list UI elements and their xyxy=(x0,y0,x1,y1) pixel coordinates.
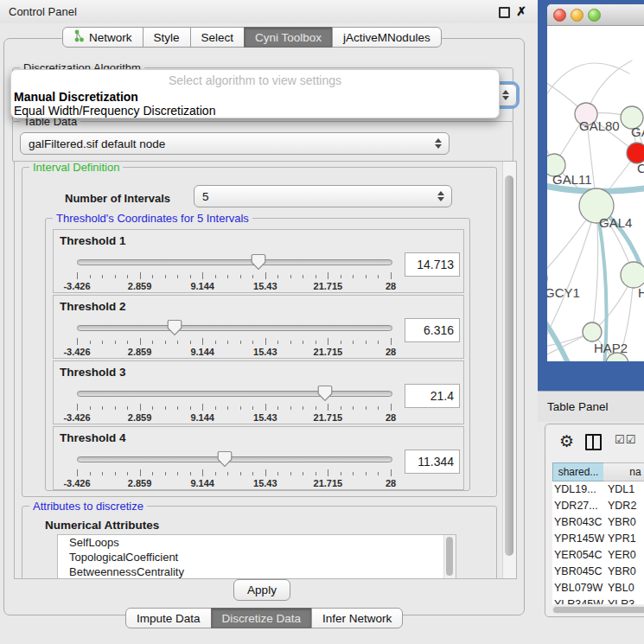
spinner-arrows-icon xyxy=(437,191,444,201)
threshold-value-field[interactable]: 14.713 xyxy=(405,252,460,277)
network-window-titlebar[interactable] xyxy=(547,4,644,26)
attribute-list-item[interactable]: TopologicalCoefficient xyxy=(58,550,456,564)
cell-name: YDR2 xyxy=(608,498,644,514)
table-row[interactable]: YPR145W YPR1 xyxy=(552,531,644,547)
threshold-panel: Threshold 3 -3.4262.8599.14415.4321.7152… xyxy=(53,360,464,424)
vertical-scrollbar[interactable] xyxy=(502,162,516,578)
dropdown-prompt: Select algorithm to view settings xyxy=(11,73,499,90)
numerical-attributes-list[interactable]: SelfLoopsTopologicalCoefficientBetweenne… xyxy=(57,534,456,579)
tab-label: jActiveMNodules xyxy=(343,31,430,44)
threshold-value-field[interactable]: 11.344 xyxy=(405,450,460,474)
cell-shared-name: YDL19... xyxy=(554,481,604,498)
slider-track[interactable] xyxy=(77,456,392,462)
node-label: H xyxy=(638,285,644,300)
tab-cyni-toolbox[interactable]: Cyni Toolbox xyxy=(244,27,333,48)
slider-track[interactable] xyxy=(77,391,392,397)
tab-label: Impute Data xyxy=(137,612,201,625)
interval-definition-group: Interval Definition Number of Intervals … xyxy=(22,167,497,497)
tab-impute-data[interactable]: Impute Data xyxy=(125,608,212,628)
checkbox-columns-icon[interactable]: ☑☑ xyxy=(615,433,636,446)
cell-name: YPR1 xyxy=(608,531,644,547)
network-edge[interactable] xyxy=(592,206,598,332)
number-of-intervals-spinner[interactable]: 5 xyxy=(194,185,452,207)
combo-arrows-icon xyxy=(435,138,442,149)
slider-ticks xyxy=(77,272,391,279)
list-scrollbar[interactable] xyxy=(443,535,456,578)
attribute-list-item[interactable]: SelfLoops xyxy=(58,535,456,550)
tab-label: Discretize Data xyxy=(222,612,302,625)
apply-button[interactable]: Apply xyxy=(233,579,290,601)
column-header-name[interactable]: na xyxy=(603,462,644,481)
threshold-slider[interactable]: -3.4262.8599.14415.4321.71528 xyxy=(77,450,391,487)
threshold-panel: Threshold 4 -3.4262.8599.14415.4321.7152… xyxy=(53,426,464,490)
table-row[interactable]: YLR345W YLR3 xyxy=(552,596,644,604)
gear-icon[interactable]: ⚙ xyxy=(559,431,574,451)
slider-thumb[interactable] xyxy=(251,253,266,271)
threshold-slider[interactable]: -3.4262.8599.14415.4321.71528 xyxy=(77,319,391,355)
table-row[interactable]: YER054C YER0 xyxy=(552,547,644,564)
network-icon xyxy=(73,29,85,45)
scrollbar-thumb[interactable] xyxy=(553,607,644,613)
slider-ticks xyxy=(77,404,391,411)
table-row[interactable]: YDL19... YDL1 xyxy=(552,481,644,498)
table-row[interactable]: YDR27... YDR2 xyxy=(552,498,644,514)
threshold-value-field[interactable]: 6.316 xyxy=(405,318,460,342)
minimize-traffic-light[interactable] xyxy=(571,9,583,22)
tab-infer-network[interactable]: Infer Network xyxy=(311,608,403,628)
slider-thumb[interactable] xyxy=(317,385,333,402)
group-title: Attributes to discretize xyxy=(29,500,147,513)
split-columns-icon[interactable] xyxy=(585,434,602,450)
group-title: Threshold's Coordinates for 5 Intervals xyxy=(53,212,252,225)
tab-label: Cyni Toolbox xyxy=(255,31,322,44)
cell-name: YBR0 xyxy=(608,514,644,531)
threshold-panel: Threshold 1 -3.4262.8599.14415.4321.7152… xyxy=(53,229,464,293)
node-label: HAP2 xyxy=(594,341,628,355)
float-window-icon[interactable] xyxy=(499,7,510,18)
node-right-mid[interactable] xyxy=(621,262,644,288)
threshold-slider[interactable]: -3.4262.8599.14415.4321.71528 xyxy=(77,385,391,421)
table-data-group: Table Data galFiltered.sif default node xyxy=(12,121,513,163)
cell-name: YBR0 xyxy=(608,564,644,580)
node-hap2[interactable] xyxy=(583,322,602,341)
node-label: C xyxy=(637,161,644,175)
tab-select[interactable]: Select xyxy=(190,27,245,48)
dropdown-item[interactable]: Equal Width/Frequency Discretization xyxy=(11,104,499,118)
node-label: GA xyxy=(631,124,644,139)
close-icon[interactable]: ✗ xyxy=(516,4,526,18)
cell-shared-name: YDR27... xyxy=(554,498,604,514)
slider-tick-labels: -3.4262.8599.14415.4321.71528 xyxy=(77,478,391,488)
network-window: GAL80GACGAL11GAL4GCY1HHAP2 xyxy=(547,4,644,361)
cell-shared-name: YBL079W xyxy=(554,580,604,596)
horizontal-scrollbar[interactable] xyxy=(552,606,644,614)
threshold-label: Threshold 3 xyxy=(60,366,126,379)
thresholds-group: Threshold's Coordinates for 5 Intervals … xyxy=(45,218,470,491)
table-panel-title: Table Panel xyxy=(547,400,609,413)
column-header-shared[interactable]: shared... xyxy=(552,462,604,481)
node-label: GCY1 xyxy=(547,285,580,300)
slider-thumb[interactable] xyxy=(217,450,233,468)
attribute-list-item[interactable]: BetweennessCentrality xyxy=(58,564,456,579)
zoom-traffic-light[interactable] xyxy=(588,9,601,22)
slider-thumb[interactable] xyxy=(167,319,182,336)
close-traffic-light[interactable] xyxy=(553,9,566,22)
threshold-value-field[interactable]: 21.4 xyxy=(405,384,460,408)
tab-style[interactable]: Style xyxy=(143,27,191,48)
slider-track[interactable] xyxy=(77,325,392,331)
node-label: GAL4 xyxy=(599,215,632,230)
table-data-combobox[interactable]: galFiltered.sif default node xyxy=(20,132,450,155)
slider-tick-labels: -3.4262.8599.14415.4321.71528 xyxy=(77,281,391,291)
tab-discretize-data[interactable]: Discretize Data xyxy=(211,608,313,628)
tab-network[interactable]: Network xyxy=(62,27,143,48)
threshold-slider[interactable]: -3.4262.8599.14415.4321.71528 xyxy=(77,253,391,290)
table-row[interactable]: YBL079W YBL0 xyxy=(552,580,644,596)
slider-track[interactable] xyxy=(77,259,392,265)
tab-jactivemnodules[interactable]: jActiveMNodules xyxy=(332,27,442,48)
network-edge[interactable] xyxy=(547,311,570,361)
algorithm-dropdown-popup: Select algorithm to view settings Manual… xyxy=(10,69,500,118)
dropdown-item[interactable]: Manual Discretization xyxy=(11,90,499,104)
top-tab-bar: Network Style Select xyxy=(62,27,442,48)
table-row[interactable]: YBR045C YBR0 xyxy=(552,564,644,580)
scrollbar-thumb[interactable] xyxy=(505,175,513,556)
network-canvas[interactable]: GAL80GACGAL11GAL4GCY1HHAP2 xyxy=(547,26,644,361)
table-row[interactable]: YBR043C YBR0 xyxy=(552,514,644,531)
